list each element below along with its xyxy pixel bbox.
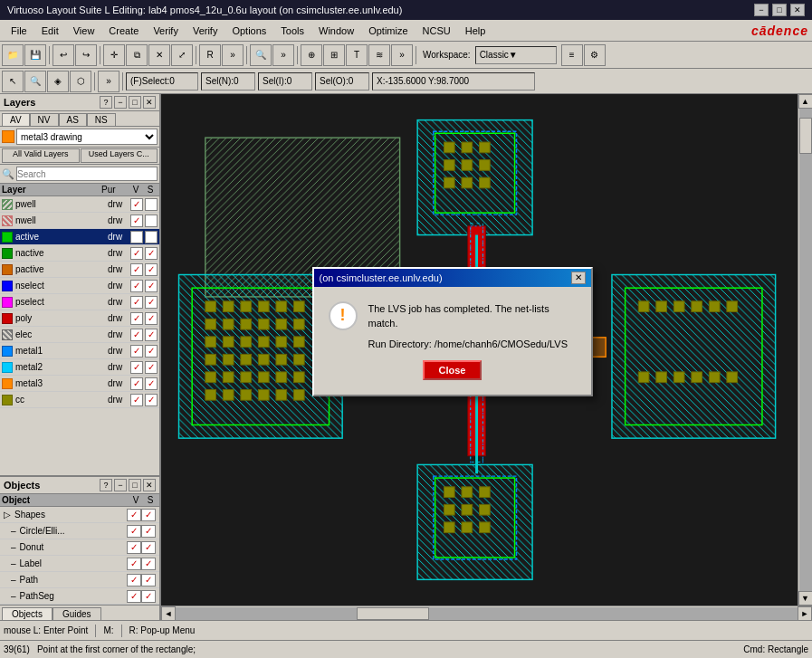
- menu-file[interactable]: File: [4, 24, 34, 38]
- menu-tools[interactable]: Tools: [273, 24, 311, 38]
- scroll-track-h[interactable]: [176, 607, 798, 620]
- scroll-thumb-h[interactable]: [357, 607, 429, 620]
- obj-vis-path[interactable]: ✓: [127, 574, 141, 586]
- layer-vis-nactive[interactable]: ✓: [130, 247, 143, 260]
- obj-row-circle[interactable]: – Circle/Elli... ✓ ✓: [0, 523, 159, 539]
- obj-vis-circle[interactable]: ✓: [127, 525, 141, 538]
- layer-sel-elec[interactable]: ✓: [145, 329, 158, 341]
- scroll-down-btn[interactable]: ▼: [798, 591, 813, 606]
- obj-row-pathseg[interactable]: – PathSeg ✓ ✓: [0, 588, 159, 605]
- layer-vis-metal1[interactable]: ✓: [130, 345, 143, 358]
- layer-vis-pactive[interactable]: ✓: [130, 263, 143, 276]
- menu-create[interactable]: Create: [101, 24, 146, 38]
- tool-sel2[interactable]: 🔍: [24, 71, 46, 92]
- layer-sel-pselect[interactable]: ✓: [145, 296, 158, 309]
- tool-delete[interactable]: ✕: [148, 44, 170, 66]
- tab-ns[interactable]: NS: [87, 113, 116, 126]
- tool-label[interactable]: T: [346, 44, 368, 66]
- layer-row[interactable]: nactive drw ✓ ✓: [0, 245, 159, 262]
- obj-vis-pathseg[interactable]: ✓: [127, 590, 141, 603]
- layer-sel-poly[interactable]: ✓: [145, 312, 158, 325]
- menu-optimize[interactable]: Optimize: [361, 24, 415, 38]
- layer-sel-nactive[interactable]: ✓: [145, 247, 158, 260]
- obj-row-label[interactable]: – Label ✓ ✓: [0, 556, 159, 572]
- layer-vis-elec[interactable]: ✓: [130, 329, 143, 341]
- layer-row[interactable]: metal2 drw ✓ ✓: [0, 359, 159, 376]
- layer-sel-metal1[interactable]: ✓: [145, 345, 158, 358]
- layer-sel-active[interactable]: ✓: [145, 231, 158, 243]
- menu-window[interactable]: Window: [311, 24, 361, 38]
- scroll-up-btn[interactable]: ▲: [798, 94, 813, 109]
- layer-row[interactable]: nselect drw ✓ ✓: [0, 278, 159, 294]
- layer-sel-metal3[interactable]: ✓: [145, 377, 158, 390]
- scroll-left-btn[interactable]: ◄: [161, 606, 176, 621]
- close-button[interactable]: ✕: [790, 4, 805, 16]
- layer-row[interactable]: poly drw ✓ ✓: [0, 310, 159, 327]
- tab-guides[interactable]: Guides: [53, 607, 101, 620]
- modal-close-button[interactable]: Close: [423, 360, 482, 380]
- obj-sel-pathseg[interactable]: ✓: [141, 590, 156, 603]
- layer-sel-pwell[interactable]: [145, 198, 158, 211]
- tab-objects[interactable]: Objects: [2, 607, 53, 620]
- search-input[interactable]: [16, 167, 158, 181]
- scroll-right-btn[interactable]: ►: [798, 606, 812, 621]
- layer-sel-metal2[interactable]: ✓: [145, 361, 158, 374]
- menu-options[interactable]: Options: [224, 24, 273, 38]
- obj-sel-donut[interactable]: ✓: [141, 541, 156, 554]
- obj-sel-label[interactable]: ✓: [141, 558, 156, 570]
- tool-ws1[interactable]: ≡: [561, 44, 583, 66]
- tab-as[interactable]: AS: [59, 113, 87, 126]
- menu-ncsu[interactable]: NCSU: [416, 24, 458, 38]
- objects-max-btn[interactable]: □: [129, 479, 141, 491]
- layer-vis-metal2[interactable]: ✓: [130, 361, 143, 374]
- layer-row[interactable]: active drw ✓ ✓: [0, 229, 159, 245]
- tool-select[interactable]: ↖: [2, 71, 24, 92]
- layers-close-btn[interactable]: ✕: [143, 96, 156, 109]
- tool-probe[interactable]: ≋: [368, 44, 390, 66]
- tool-save[interactable]: 💾: [24, 44, 46, 66]
- layer-row[interactable]: cc drw ✓ ✓: [0, 392, 159, 408]
- layer-vis-pwell[interactable]: ✓: [130, 198, 143, 211]
- tool-redo[interactable]: ↪: [75, 44, 97, 66]
- layer-row[interactable]: elec drw ✓ ✓: [0, 327, 159, 343]
- layer-vis-active[interactable]: ✓: [130, 231, 143, 243]
- tool-more3[interactable]: »: [98, 71, 119, 92]
- layers-help-btn[interactable]: ?: [100, 96, 112, 109]
- tool-pan[interactable]: ⊕: [301, 44, 322, 66]
- tool-move[interactable]: ✛: [103, 44, 125, 66]
- obj-row-path[interactable]: – Path ✓ ✓: [0, 572, 159, 588]
- modal-close-btn[interactable]: ✕: [571, 272, 586, 284]
- objects-close-btn[interactable]: ✕: [143, 479, 156, 491]
- menu-view[interactable]: View: [66, 24, 102, 38]
- obj-row-donut[interactable]: – Donut ✓ ✓: [0, 539, 159, 556]
- tool-r[interactable]: R: [199, 44, 221, 66]
- tool-snap[interactable]: ⊞: [323, 44, 345, 66]
- layer-row[interactable]: metal3 drw ✓ ✓: [0, 376, 159, 392]
- layer-row[interactable]: pactive drw ✓ ✓: [0, 262, 159, 278]
- tool-sel3[interactable]: ◈: [47, 71, 69, 92]
- obj-vis-donut[interactable]: ✓: [127, 541, 141, 554]
- obj-sel-path[interactable]: ✓: [141, 574, 156, 586]
- tool-sel4[interactable]: ⬡: [70, 71, 91, 92]
- layer-sel-nselect[interactable]: ✓: [145, 280, 158, 292]
- layer-vis-poly[interactable]: ✓: [130, 312, 143, 325]
- tool-more[interactable]: »: [222, 44, 244, 66]
- layer-vis-nselect[interactable]: ✓: [130, 280, 143, 292]
- layer-sel-nwell[interactable]: [145, 215, 158, 227]
- maximize-button[interactable]: □: [772, 4, 787, 16]
- layers-max-btn[interactable]: □: [129, 96, 141, 109]
- tool-zoom-in[interactable]: 🔍: [250, 44, 272, 66]
- layer-row[interactable]: pselect drw ✓ ✓: [0, 294, 159, 310]
- tab-av[interactable]: AV: [2, 113, 30, 126]
- filter-all-valid[interactable]: All Valid Layers: [2, 148, 80, 163]
- tool-open[interactable]: 📁: [2, 44, 24, 66]
- obj-vis-shapes[interactable]: ✓: [127, 509, 141, 521]
- obj-sel-circle[interactable]: ✓: [141, 525, 156, 538]
- layer-row[interactable]: pwell drw ✓: [0, 196, 159, 213]
- tool-zoom-more[interactable]: »: [272, 44, 294, 66]
- menu-connectivity[interactable]: Verify: [186, 24, 225, 38]
- layers-min-btn[interactable]: −: [114, 96, 127, 109]
- scroll-track-v[interactable]: [799, 109, 812, 591]
- menu-help[interactable]: Help: [458, 24, 493, 38]
- tab-nv[interactable]: NV: [30, 113, 59, 126]
